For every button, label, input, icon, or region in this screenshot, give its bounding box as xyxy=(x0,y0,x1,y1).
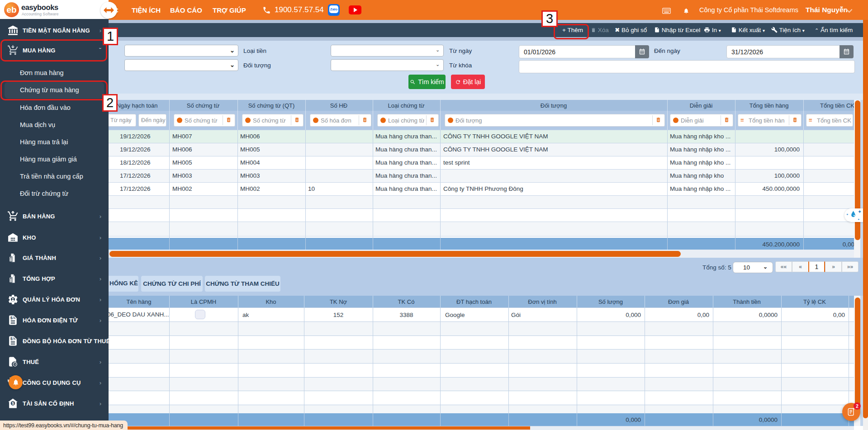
svg-text:$: $ xyxy=(12,401,14,406)
svg-text:$: $ xyxy=(10,336,13,341)
svg-text:$: $ xyxy=(10,316,13,320)
